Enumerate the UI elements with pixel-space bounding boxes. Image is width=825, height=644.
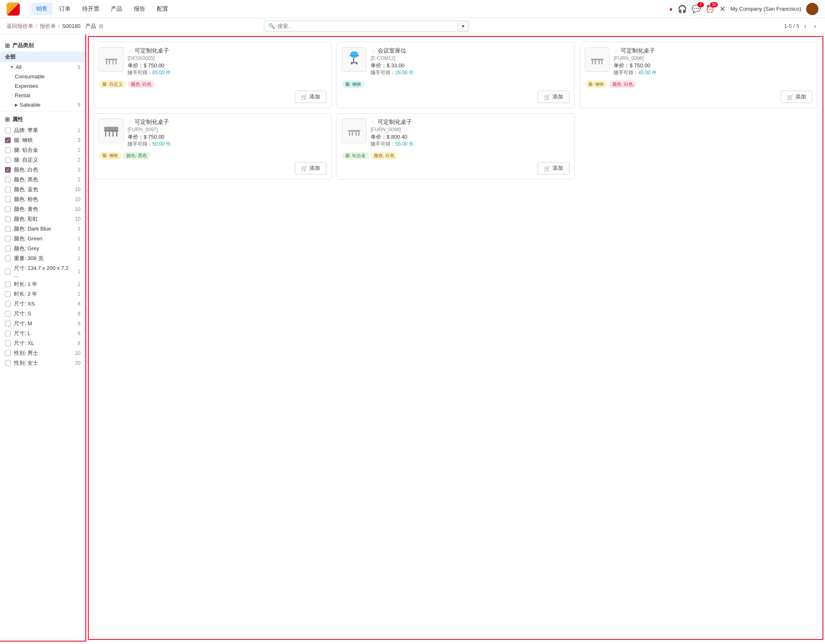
product-card-4[interactable]: ☆ 可定制化桌子 [FURN_0098] 单价：$ 800.40 随手可得：55… bbox=[337, 113, 575, 180]
add-button-0[interactable]: 🛒 添加 bbox=[295, 91, 326, 103]
filter-size-l[interactable]: 尺寸: L 8 bbox=[0, 329, 85, 338]
filter-checkbox[interactable] bbox=[5, 187, 11, 192]
product-image-1 bbox=[342, 47, 367, 72]
filter-checkbox[interactable] bbox=[5, 360, 11, 366]
status-dot-icon[interactable]: ● bbox=[669, 5, 673, 13]
sidebar-item-saleable[interactable]: ▶ Saleable 5 bbox=[0, 100, 85, 110]
filter-leg-custom[interactable]: 腿: 自定义 2 bbox=[0, 155, 85, 165]
filter-checkbox[interactable] bbox=[5, 196, 11, 202]
breadcrumb-back[interactable]: 返回报价单 bbox=[7, 23, 33, 30]
filter-color-white[interactable]: 颜色: 白色 3 bbox=[0, 165, 85, 175]
filter-checkbox[interactable] bbox=[5, 206, 11, 212]
filter-checkbox-checked2[interactable] bbox=[5, 167, 11, 173]
product-price-4: 单价：$ 800.40 bbox=[371, 133, 569, 141]
filter-checkbox[interactable] bbox=[5, 226, 11, 232]
add-button-2[interactable]: 🛒 添加 bbox=[781, 91, 812, 103]
product-card-3[interactable]: ☆ 可定制化桌子 [FURN_0097] 单价：$ 750.00 随手可得：50… bbox=[94, 113, 332, 180]
filter-checkbox[interactable] bbox=[5, 177, 11, 183]
avatar[interactable] bbox=[806, 3, 818, 15]
filter-checkbox[interactable] bbox=[5, 331, 11, 336]
star-icon-3[interactable]: ☆ bbox=[128, 119, 133, 126]
filter-checkbox[interactable] bbox=[5, 350, 11, 356]
filter-color-black[interactable]: 颜色: 黑色 2 bbox=[0, 175, 85, 185]
chat-icon[interactable]: 💬 7 bbox=[692, 5, 701, 14]
product-card-1[interactable]: ☆ 会议室座位 [E-COM12] 单价：$ 33.00 随手可得：26.00 … bbox=[337, 42, 575, 108]
close-icon[interactable]: ✕ bbox=[720, 5, 726, 14]
product-card-2[interactable]: ☆ 可定制化桌子 [FURN_0096] 单价：$ 750.00 随手可得：45… bbox=[580, 42, 818, 108]
filter-color-yellow[interactable]: 颜色: 黄色 10 bbox=[0, 204, 85, 214]
filter-checkbox[interactable] bbox=[5, 256, 11, 261]
filter-gender-female[interactable]: 性别: 女士 20 bbox=[0, 358, 85, 368]
filter-checkbox[interactable] bbox=[5, 216, 11, 222]
svg-point-5 bbox=[350, 51, 358, 58]
sidebar-item-all-expand[interactable]: ▼ All 5 bbox=[0, 62, 85, 72]
filter-checkbox[interactable] bbox=[5, 311, 11, 317]
filter-checkbox[interactable] bbox=[5, 147, 11, 153]
filter-gender-male[interactable]: 性别: 男士 20 bbox=[0, 348, 85, 358]
filter-checkbox[interactable] bbox=[5, 301, 11, 307]
product-image-3 bbox=[99, 119, 124, 143]
nav-products[interactable]: 产品 bbox=[106, 3, 127, 15]
search-icon: 🔍 bbox=[268, 23, 275, 29]
filter-color-pink[interactable]: 颜色: 粉色 10 bbox=[0, 194, 85, 204]
sidebar-item-consumable[interactable]: Consumable bbox=[0, 72, 85, 81]
filter-size-xl[interactable]: 尺寸: XL 8 bbox=[0, 338, 85, 348]
svg-rect-20 bbox=[112, 132, 114, 137]
filter-size-134[interactable]: 尺寸: 134.7 x 200 x 7.2 ... 1 bbox=[0, 263, 85, 279]
product-card-0[interactable]: ☆ 可定制化桌子 [DESK0005] 单价：$ 750.00 随手可得：65.… bbox=[94, 42, 332, 108]
pagination-prev[interactable]: ‹ bbox=[802, 22, 809, 31]
filter-checkbox[interactable] bbox=[5, 128, 11, 133]
filter-weight-308[interactable]: 重量: 308 克 1 bbox=[0, 253, 85, 263]
filter-duration-2y[interactable]: 时长: 2 年 1 bbox=[0, 289, 85, 299]
headset-icon[interactable]: 🎧 bbox=[678, 5, 687, 14]
add-button-4[interactable]: 🛒 添加 bbox=[538, 162, 569, 174]
logo[interactable] bbox=[7, 2, 23, 16]
gear-icon[interactable]: ⚙ bbox=[99, 23, 104, 30]
filter-checkbox[interactable] bbox=[5, 321, 11, 327]
breadcrumb-quotation[interactable]: 报价单 bbox=[40, 23, 56, 30]
filter-color-rainbow[interactable]: 颜色: 彩虹 10 bbox=[0, 214, 85, 224]
filter-size-xs[interactable]: 尺寸: XS 8 bbox=[0, 299, 85, 309]
filter-size-s[interactable]: 尺寸: S 8 bbox=[0, 309, 85, 319]
star-icon-1[interactable]: ☆ bbox=[371, 48, 376, 54]
second-nav: 返回报价单 / 报价单 / S00180 产品 ⚙ 🔍 ▾ 1-5 / 5 ‹ … bbox=[0, 18, 825, 34]
add-button-1[interactable]: 🛒 添加 bbox=[538, 91, 569, 103]
filter-color-grey[interactable]: 颜色: Grey 1 bbox=[0, 244, 85, 253]
filter-checkbox[interactable] bbox=[5, 291, 11, 297]
sidebar-item-expenses[interactable]: Expenses bbox=[0, 81, 85, 91]
nav-invoices[interactable]: 待开票 bbox=[77, 3, 104, 15]
filter-color-darkblue[interactable]: 颜色: Dark Blue 1 bbox=[0, 224, 85, 234]
filter-checkbox[interactable] bbox=[5, 281, 11, 287]
nav-reports[interactable]: 报告 bbox=[129, 3, 150, 15]
svg-rect-23 bbox=[349, 132, 350, 136]
filter-checkbox[interactable] bbox=[5, 340, 11, 346]
filter-duration-1y[interactable]: 时长: 1 年 1 bbox=[0, 279, 85, 289]
sidebar-item-rental[interactable]: Rental bbox=[0, 91, 85, 100]
nav-orders[interactable]: 订单 bbox=[54, 3, 76, 15]
filter-checkbox[interactable] bbox=[5, 236, 11, 242]
filter-checkbox[interactable] bbox=[5, 246, 11, 251]
filter-checkbox[interactable] bbox=[5, 157, 11, 163]
star-icon-2[interactable]: ☆ bbox=[614, 48, 619, 54]
product-code-2: [FURN_0096] bbox=[614, 55, 812, 61]
clock-icon[interactable]: ⏰ 38 bbox=[706, 5, 715, 14]
star-icon-4[interactable]: ☆ bbox=[371, 119, 376, 126]
pagination-next[interactable]: › bbox=[811, 22, 818, 31]
filter-brand-apple[interactable]: 品牌: 苹果 1 bbox=[0, 126, 85, 135]
filter-color-blue[interactable]: 颜色: 蓝色 10 bbox=[0, 185, 85, 194]
product-tag: 颜色: 白色 bbox=[128, 80, 155, 88]
filter-color-green[interactable]: 颜色: Green 1 bbox=[0, 234, 85, 244]
filter-leg-steel[interactable]: 腿: 钢铁 3 bbox=[0, 135, 85, 145]
filter-checkbox-checked[interactable] bbox=[5, 137, 11, 143]
filter-size-m[interactable]: 尺寸: M 8 bbox=[0, 319, 85, 329]
add-button-3[interactable]: 🛒 添加 bbox=[295, 162, 326, 174]
search-dropdown-button[interactable]: ▾ bbox=[458, 21, 469, 32]
nav-config[interactable]: 配置 bbox=[152, 3, 173, 15]
sidebar-item-all[interactable]: 全部 bbox=[0, 52, 85, 62]
search-input[interactable] bbox=[277, 23, 453, 29]
nav-sales[interactable]: 销售 bbox=[31, 3, 53, 15]
company-name[interactable]: My Company (San Francisco) bbox=[731, 6, 801, 12]
filter-leg-aluminum[interactable]: 腿: 铝合金 2 bbox=[0, 145, 85, 155]
star-icon-0[interactable]: ☆ bbox=[128, 48, 133, 54]
filter-checkbox[interactable] bbox=[5, 269, 11, 274]
